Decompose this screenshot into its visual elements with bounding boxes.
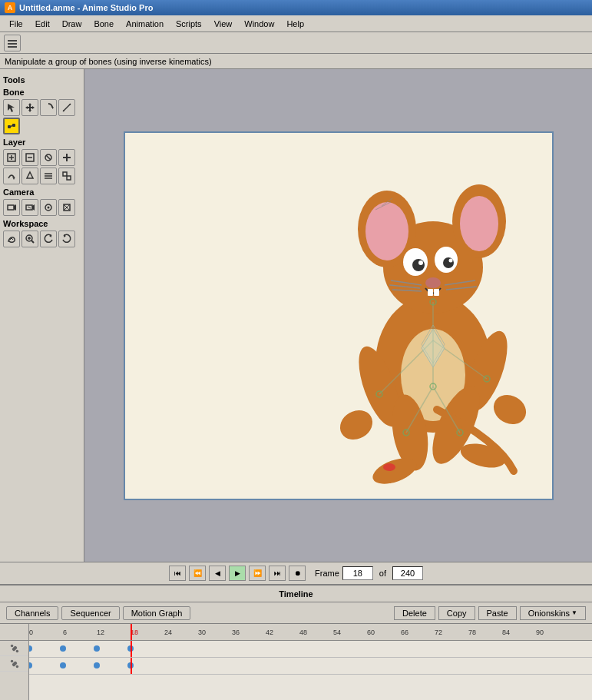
dropdown-arrow-icon: ▼ bbox=[571, 609, 577, 616]
layer-tool-4[interactable] bbox=[58, 149, 75, 166]
skip-to-end-button[interactable]: ⏭ bbox=[269, 566, 286, 581]
svg-line-16 bbox=[11, 125, 12, 127]
menu-animation[interactable]: Animation bbox=[120, 18, 170, 30]
layer-section-label: Layer bbox=[3, 138, 81, 147]
svg-point-39 bbox=[48, 207, 50, 209]
menu-file[interactable]: File bbox=[3, 18, 29, 30]
skip-to-start-button[interactable]: ⏮ bbox=[169, 566, 186, 581]
record-button[interactable]: ⏺ bbox=[289, 566, 306, 581]
workspace-tool-4[interactable] bbox=[58, 231, 75, 247]
track-row-2 bbox=[29, 658, 592, 675]
svg-marker-27 bbox=[27, 172, 33, 178]
timeline-tracks: 0 6 12 18 24 30 36 42 48 54 60 66 72 78 … bbox=[0, 624, 592, 700]
svg-marker-10 bbox=[52, 106, 54, 109]
play-button[interactable]: ▶ bbox=[229, 566, 246, 581]
bone-section-label: Bone bbox=[3, 88, 81, 97]
menu-help[interactable]: Help bbox=[280, 18, 310, 30]
svg-rect-32 bbox=[67, 176, 71, 180]
rotate-bone-tool[interactable] bbox=[40, 99, 57, 116]
workspace-tool-3[interactable] bbox=[40, 231, 57, 247]
tab-sequencer[interactable]: Sequencer bbox=[61, 606, 119, 620]
workspace-tool-1[interactable] bbox=[3, 231, 20, 247]
timeline-section: Timeline Channels Sequencer Motion Graph… bbox=[0, 585, 592, 700]
keyframe-0-t1[interactable] bbox=[29, 645, 32, 652]
menu-bone[interactable]: Bone bbox=[88, 18, 120, 30]
paste-button[interactable]: Paste bbox=[478, 606, 517, 620]
camera-section-label: Camera bbox=[3, 187, 81, 197]
svg-point-63 bbox=[412, 259, 425, 271]
svg-point-78 bbox=[488, 389, 531, 430]
canvas-area[interactable] bbox=[84, 69, 592, 562]
svg-point-67 bbox=[425, 277, 441, 288]
layer-tool-3[interactable] bbox=[40, 149, 57, 166]
canvas-frame bbox=[124, 131, 554, 500]
track-labels bbox=[0, 624, 29, 700]
menu-window[interactable]: Window bbox=[238, 18, 280, 30]
camera-tools-row bbox=[3, 199, 81, 216]
prev-frame-button[interactable]: ◀ bbox=[209, 566, 226, 581]
keyframe-12-t1[interactable] bbox=[94, 645, 100, 652]
keyframe-6-t2[interactable] bbox=[60, 662, 66, 668]
menu-edit[interactable]: Edit bbox=[29, 18, 56, 30]
toolbar-button[interactable] bbox=[4, 35, 21, 51]
ik-bone-tool[interactable] bbox=[3, 118, 20, 134]
svg-rect-0 bbox=[8, 40, 17, 41]
toolbar-row bbox=[0, 32, 592, 54]
svg-rect-15 bbox=[12, 124, 15, 127]
menu-view[interactable]: View bbox=[208, 18, 239, 30]
svg-marker-3 bbox=[8, 104, 15, 112]
svg-line-23 bbox=[46, 155, 51, 160]
character-display bbox=[314, 148, 537, 486]
tools-title: Tools bbox=[3, 75, 81, 85]
of-label: of bbox=[379, 569, 386, 578]
scale-bone-tool[interactable] bbox=[58, 99, 75, 116]
svg-point-76 bbox=[334, 404, 377, 445]
camera-tool-4[interactable] bbox=[58, 199, 75, 216]
copy-button[interactable]: Copy bbox=[438, 606, 475, 620]
tab-motion-graph[interactable]: Motion Graph bbox=[123, 606, 191, 620]
layer-tool-2[interactable] bbox=[21, 149, 38, 166]
camera-tool-1[interactable] bbox=[3, 199, 20, 216]
track-content[interactable]: 0 6 12 18 24 30 36 42 48 54 60 66 72 78 … bbox=[29, 624, 592, 700]
camera-tool-2[interactable] bbox=[21, 199, 38, 216]
step-back-button[interactable]: ⏪ bbox=[189, 566, 206, 581]
svg-point-99 bbox=[10, 659, 12, 662]
translate-bone-tool[interactable] bbox=[21, 99, 38, 116]
layer-tool-1[interactable] bbox=[3, 149, 20, 166]
layer-tool-5[interactable] bbox=[3, 168, 20, 184]
svg-rect-33 bbox=[8, 205, 14, 210]
current-frame-input[interactable]: 18 bbox=[342, 566, 373, 580]
svg-point-56 bbox=[365, 202, 408, 260]
status-bar: Manipulate a group of bones (using inver… bbox=[0, 54, 592, 69]
svg-point-58 bbox=[460, 196, 498, 251]
bone-tools-row bbox=[3, 99, 81, 134]
keyframe-6-t1[interactable] bbox=[60, 645, 66, 652]
tab-channels[interactable]: Channels bbox=[6, 606, 58, 620]
svg-rect-2 bbox=[8, 46, 17, 48]
keyframe-0-t2[interactable] bbox=[29, 662, 32, 668]
title-bar: A Untitled.anme - Anime Studio Pro bbox=[0, 0, 592, 15]
svg-marker-9 bbox=[32, 106, 35, 109]
svg-rect-1 bbox=[8, 43, 17, 45]
frame-label: Frame bbox=[315, 569, 339, 578]
total-frames-input[interactable]: 240 bbox=[392, 566, 423, 580]
keyframe-12-t2[interactable] bbox=[94, 662, 100, 668]
menu-scripts[interactable]: Scripts bbox=[170, 18, 208, 30]
timeline-title: Timeline bbox=[279, 589, 313, 599]
onionskins-button[interactable]: Onionskins ▼ bbox=[520, 606, 586, 620]
camera-tool-3[interactable] bbox=[40, 199, 57, 216]
svg-marker-7 bbox=[28, 110, 31, 112]
layer-tool-7[interactable] bbox=[40, 168, 57, 184]
select-bone-tool[interactable] bbox=[3, 99, 20, 116]
menu-draw[interactable]: Draw bbox=[56, 18, 88, 30]
workspace-tool-2[interactable] bbox=[21, 231, 38, 247]
svg-line-37 bbox=[28, 207, 31, 208]
svg-marker-6 bbox=[28, 103, 31, 105]
layer-tool-6[interactable] bbox=[21, 168, 38, 184]
tools-panel: Tools Bone bbox=[0, 69, 84, 562]
layer-tool-8[interactable] bbox=[58, 168, 75, 184]
next-frame-button[interactable]: ⏩ bbox=[249, 566, 266, 581]
status-text: Manipulate a group of bones (using inver… bbox=[5, 57, 212, 66]
delete-button[interactable]: Delete bbox=[394, 606, 435, 620]
timeline-header: Timeline bbox=[0, 586, 592, 602]
